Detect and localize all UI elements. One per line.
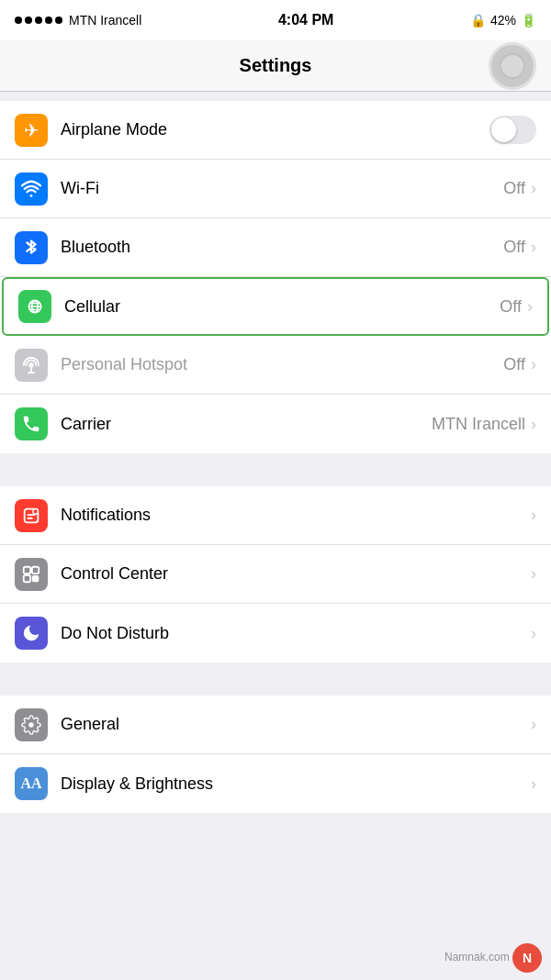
- section-gap-top: [0, 92, 551, 101]
- hotspot-chevron: ›: [531, 355, 536, 374]
- status-time: 4:04 PM: [278, 12, 333, 28]
- wifi-label: Wi-Fi: [61, 179, 503, 198]
- carrier-chevron: ›: [531, 415, 536, 434]
- airplane-mode-icon: ✈: [15, 114, 48, 147]
- wifi-value: Off: [503, 179, 525, 198]
- section-gap-3: [0, 813, 551, 846]
- display-brightness-label: Display & Brightness: [61, 774, 531, 794]
- hotspot-label: Personal Hotspot: [61, 355, 503, 374]
- bluetooth-icon-bg: [15, 231, 48, 264]
- airplane-mode-label: Airplane Mode: [61, 120, 489, 139]
- hotspot-icon-bg: [15, 349, 48, 382]
- toggle-knob: [491, 117, 516, 142]
- general-row[interactable]: General ›: [0, 696, 551, 754]
- control-center-chevron: ›: [531, 564, 536, 584]
- status-bar: MTN Irancell 4:04 PM 🔒 42% 🔋: [0, 0, 551, 40]
- section-gap-1: [0, 453, 551, 486]
- assistive-touch-inner: [500, 53, 525, 79]
- display-brightness-icon-bg: AA: [15, 767, 48, 800]
- hotspot-row[interactable]: Personal Hotspot Off ›: [0, 336, 551, 395]
- status-bar-right: 🔒 42% 🔋: [470, 13, 536, 28]
- bluetooth-icon: [23, 238, 39, 258]
- section-gap-2: [0, 663, 551, 696]
- general-chevron: ›: [531, 715, 536, 734]
- svg-point-5: [28, 362, 34, 368]
- control-center-icon-bg: [15, 558, 48, 591]
- notifications-icon-bg: [15, 499, 48, 532]
- signal-dot-1: [15, 17, 22, 24]
- cellular-row[interactable]: Cellular Off ›: [2, 277, 549, 336]
- general-group: General › AA Display & Brightness ›: [0, 696, 551, 813]
- bluetooth-value: Off: [503, 238, 525, 257]
- carrier-row[interactable]: Carrier MTN Irancell ›: [0, 395, 551, 453]
- carrier-icon-bg: [15, 407, 48, 440]
- hotspot-icon: [21, 355, 41, 375]
- control-center-row[interactable]: Control Center ›: [0, 545, 551, 604]
- wifi-icon: [21, 179, 41, 199]
- cellular-icon: [26, 297, 44, 316]
- general-icon-bg: [15, 708, 48, 741]
- notifications-row[interactable]: Notifications ›: [0, 486, 551, 545]
- wifi-chevron: ›: [531, 179, 536, 198]
- notifications-chevron: ›: [531, 506, 536, 525]
- do-not-disturb-icon-bg: [15, 617, 48, 650]
- watermark-logo: N: [512, 943, 542, 973]
- battery-percent: 42%: [490, 13, 516, 28]
- svg-point-11: [33, 508, 39, 514]
- do-not-disturb-row[interactable]: Do Not Disturb ›: [0, 604, 551, 663]
- signal-dot-3: [35, 17, 42, 24]
- airplane-mode-toggle[interactable]: [489, 116, 536, 144]
- control-center-label: Control Center: [61, 564, 531, 584]
- svg-rect-13: [32, 566, 39, 573]
- svg-point-0: [30, 194, 33, 196]
- hotspot-value: Off: [503, 355, 525, 374]
- cellular-label: Cellular: [64, 297, 500, 317]
- assistive-touch-button[interactable]: [489, 42, 536, 90]
- watermark: Namnak.com N: [444, 943, 542, 973]
- signal-dot-5: [55, 17, 62, 24]
- aa-icon: AA: [20, 775, 41, 792]
- notifications-group: Notifications › Control Center › Do Not …: [0, 486, 551, 663]
- cellular-value: Off: [500, 297, 522, 317]
- lock-icon: 🔒: [470, 13, 486, 28]
- bluetooth-chevron: ›: [531, 238, 536, 257]
- nav-bar: Settings: [0, 40, 551, 92]
- notifications-label: Notifications: [61, 506, 531, 525]
- display-brightness-row[interactable]: AA Display & Brightness ›: [0, 754, 551, 813]
- display-brightness-chevron: ›: [531, 774, 536, 794]
- do-not-disturb-chevron: ›: [531, 624, 536, 643]
- wifi-row[interactable]: Wi-Fi Off ›: [0, 160, 551, 218]
- svg-rect-15: [32, 574, 39, 581]
- airplane-mode-row[interactable]: ✈ Airplane Mode: [0, 101, 551, 160]
- connectivity-group: ✈ Airplane Mode Wi-Fi Off › Bluetooth Of…: [0, 101, 551, 453]
- svg-rect-10: [27, 517, 32, 518]
- carrier-value: MTN Irancell: [432, 415, 525, 434]
- carrier-label: MTN Irancell: [69, 13, 141, 28]
- moon-icon: [21, 623, 41, 643]
- svg-point-16: [28, 722, 34, 728]
- gear-icon: [21, 715, 41, 735]
- svg-rect-14: [24, 574, 30, 581]
- general-label: General: [61, 715, 531, 734]
- cellular-icon-bg: [18, 290, 51, 323]
- notifications-icon: [21, 506, 41, 526]
- airplane-icon: ✈: [24, 121, 39, 139]
- bluetooth-row[interactable]: Bluetooth Off ›: [0, 218, 551, 277]
- status-bar-left: MTN Irancell: [15, 13, 141, 28]
- signal-dot-4: [45, 17, 52, 24]
- control-center-icon: [21, 564, 41, 585]
- wifi-icon-bg: [15, 173, 48, 206]
- signal-dot-2: [25, 17, 32, 24]
- battery-icon: 🔋: [521, 13, 536, 28]
- do-not-disturb-label: Do Not Disturb: [61, 624, 531, 643]
- cellular-chevron: ›: [527, 297, 533, 317]
- svg-rect-12: [24, 566, 30, 573]
- phone-icon: [21, 414, 41, 434]
- page-title: Settings: [240, 55, 312, 76]
- carrier-label: Carrier: [61, 415, 432, 434]
- bluetooth-label: Bluetooth: [61, 238, 503, 257]
